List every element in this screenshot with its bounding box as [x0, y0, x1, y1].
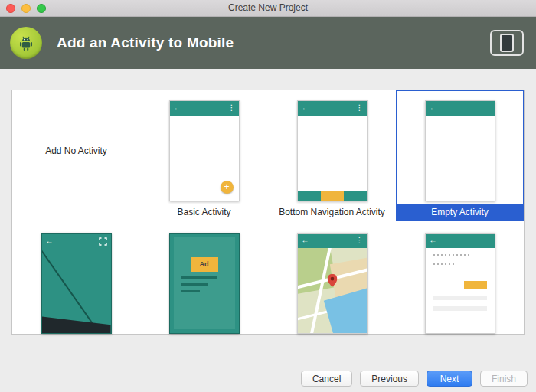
app-bar: ←	[426, 101, 495, 116]
bottom-navigation-bar	[298, 191, 367, 201]
login-activity-thumbnail: ←	[425, 233, 495, 334]
app-bar: ← ⋮	[298, 101, 367, 116]
gallery-item-fullscreen-activity[interactable]: ←	[12, 221, 140, 334]
gallery-item-login-activity[interactable]: ←	[396, 221, 524, 334]
app-bar: ←	[426, 234, 495, 248]
placeholder-line	[181, 290, 200, 292]
gallery-item-bottom-navigation-activity[interactable]: ← ⋮ Bottom Navigation Activity	[268, 90, 396, 221]
window-titlebar: Create New Project	[0, 0, 536, 17]
back-arrow-icon: ←	[430, 236, 437, 245]
back-arrow-icon: ←	[302, 236, 309, 245]
gallery-item-google-admob-ads-activity[interactable]: Ad	[140, 221, 268, 334]
kebab-menu-icon: ⋮	[356, 103, 364, 113]
gallery-row-2: ← Ad ←	[12, 221, 524, 334]
wizard-footer: Cancel Previous Next Finish	[301, 371, 528, 387]
fab-plus-icon: +	[221, 181, 234, 194]
empty-activity-thumbnail: ←	[425, 100, 495, 201]
placeholder-dotted-line	[433, 254, 469, 256]
placeholder-bar	[433, 296, 487, 300]
back-arrow-icon: ←	[302, 103, 309, 113]
app-bar: ← ⋮	[170, 101, 239, 116]
wizard-header: Add an Activity to Mobile	[0, 17, 536, 69]
gallery-item-label: Basic Activity	[140, 207, 268, 217]
maps-activity-thumbnail: ← ⋮	[297, 233, 368, 334]
android-robot-icon	[16, 33, 36, 53]
bottom-navigation-activity-thumbnail: ← ⋮	[297, 100, 368, 201]
back-arrow-icon: ←	[174, 103, 181, 113]
finish-button: Finish	[480, 371, 528, 387]
mobile-form-factor-icon	[490, 30, 524, 56]
phone-in-tablet-icon	[500, 34, 514, 52]
divider-line	[426, 273, 495, 273]
zoom-window-icon[interactable]	[37, 4, 46, 13]
back-arrow-icon: ←	[46, 237, 54, 246]
login-button-placeholder	[464, 281, 487, 289]
gallery-item-label: Add No Activity	[12, 145, 140, 156]
gallery-item-add-no-activity[interactable]: Add No Activity	[12, 90, 140, 221]
map-preview	[298, 248, 367, 333]
kebab-menu-icon: ⋮	[356, 236, 364, 245]
gallery-item-label: Bottom Navigation Activity	[268, 207, 396, 217]
fullscreen-icon	[99, 237, 107, 246]
app-bar: ← ⋮	[298, 234, 367, 248]
gallery-item-google-maps-activity[interactable]: ← ⋮	[268, 221, 396, 334]
kebab-menu-icon: ⋮	[228, 103, 236, 113]
nav-segment	[298, 191, 321, 201]
page-title: Add an Activity to Mobile	[57, 34, 234, 51]
map-pin-icon	[327, 274, 337, 287]
previous-button[interactable]: Previous	[360, 371, 419, 387]
placeholder-line	[181, 283, 208, 286]
cancel-button[interactable]: Cancel	[301, 371, 352, 387]
android-studio-logo-icon	[10, 27, 42, 59]
activity-gallery: Add No Activity ← ⋮ + Basic Activity ← ⋮	[11, 90, 525, 335]
nav-segment-active	[321, 191, 344, 201]
basic-activity-thumbnail: ← ⋮ +	[169, 100, 240, 201]
placeholder-dotted-line	[433, 263, 457, 265]
gallery-item-label-selected: Empty Activity	[396, 204, 524, 221]
next-button[interactable]: Next	[427, 371, 472, 387]
gallery-item-empty-activity[interactable]: ← Empty Activity	[396, 90, 524, 221]
window-title: Create New Project	[0, 0, 536, 16]
dark-bottom-shape	[42, 315, 111, 333]
placeholder-line	[181, 276, 217, 279]
ad-panel: Ad	[174, 237, 235, 329]
close-window-icon[interactable]	[6, 4, 15, 13]
gallery-item-basic-activity[interactable]: ← ⋮ + Basic Activity	[140, 90, 268, 221]
nav-segment	[344, 191, 367, 201]
minimize-window-icon[interactable]	[21, 4, 31, 13]
placeholder-bar	[433, 306, 487, 311]
back-arrow-icon: ←	[430, 103, 437, 113]
fullscreen-activity-thumbnail: ←	[41, 233, 112, 334]
admob-activity-thumbnail: Ad	[169, 233, 240, 334]
gallery-row-1: Add No Activity ← ⋮ + Basic Activity ← ⋮	[12, 90, 524, 221]
ad-badge: Ad	[191, 257, 218, 272]
